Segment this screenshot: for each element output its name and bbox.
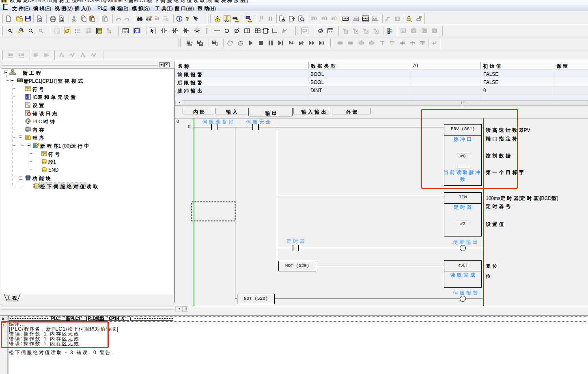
svg-text:A: A (163, 17, 166, 21)
svg-text:ror: ror (385, 19, 388, 22)
svg-text:SMA: SMA (123, 28, 127, 31)
svg-text:CI: CI (135, 29, 139, 33)
svg-text:?: ? (186, 16, 189, 22)
svg-text:1F: 1F (86, 32, 88, 34)
svg-text:?: ? (196, 17, 198, 21)
svg-text:L: L (35, 185, 37, 188)
svg-text:ror: ror (303, 32, 305, 34)
svg-text:ror: ror (259, 19, 261, 22)
svg-text:B: B (166, 17, 168, 21)
